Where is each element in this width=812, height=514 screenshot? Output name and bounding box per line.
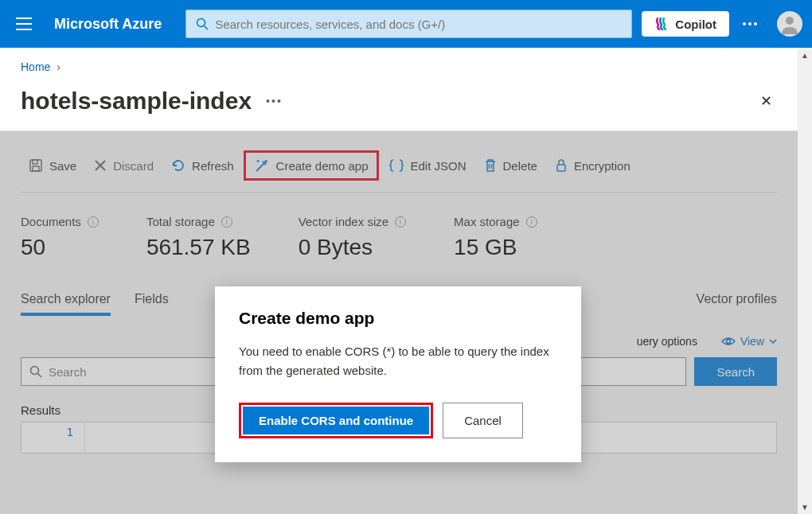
svg-rect-8	[557, 165, 565, 171]
refresh-label: Refresh	[192, 159, 234, 173]
copilot-button[interactable]: Copilot	[642, 11, 729, 37]
encryption-label: Encryption	[574, 159, 630, 173]
documents-label: Documents	[21, 215, 81, 228]
copilot-label: Copilot	[675, 18, 716, 31]
global-header: Microsoft Azure Copilot	[0, 0, 812, 48]
line-number: 1	[21, 422, 85, 453]
copilot-icon	[654, 17, 669, 31]
save-icon	[29, 158, 43, 173]
global-search-input[interactable]	[215, 18, 622, 31]
scrollbar-track[interactable]	[798, 62, 812, 500]
stat-vector-index: Vector index sizei 0 Bytes	[299, 215, 406, 260]
svg-point-10	[31, 367, 39, 375]
vector-index-value: 0 Bytes	[299, 235, 406, 260]
refresh-button[interactable]: Refresh	[163, 155, 242, 176]
delete-label: Delete	[503, 159, 537, 173]
info-icon[interactable]: i	[395, 216, 406, 228]
chevron-right-icon: ›	[57, 60, 61, 73]
edit-json-label: Edit JSON	[411, 159, 467, 173]
magic-wand-icon	[254, 158, 270, 173]
svg-point-1	[743, 22, 746, 25]
refresh-icon	[171, 158, 185, 173]
svg-point-0	[197, 19, 205, 27]
close-button[interactable]: ✕	[755, 88, 777, 115]
info-icon[interactable]: i	[526, 216, 537, 228]
search-icon	[196, 18, 209, 30]
page-scrollbar[interactable]: ▲ ▼	[798, 48, 812, 514]
menu-toggle[interactable]	[10, 11, 38, 37]
stat-total-storage: Total storagei 561.57 KB	[146, 215, 251, 260]
avatar-icon	[779, 14, 800, 34]
scroll-up-icon[interactable]: ▲	[798, 48, 812, 62]
vector-index-label: Vector index size	[299, 215, 388, 228]
query-options-button[interactable]: uery options	[637, 335, 697, 348]
command-bar: Save Discard Refresh Create demo app Edi…	[21, 150, 777, 193]
svg-point-9	[726, 340, 730, 344]
query-options-label: uery options	[637, 335, 697, 348]
svg-point-4	[786, 17, 794, 25]
scroll-down-icon[interactable]: ▼	[798, 500, 812, 514]
more-button[interactable]	[729, 14, 771, 34]
json-braces-icon	[388, 158, 404, 173]
stat-max-storage: Max storagei 15 GB	[454, 215, 537, 260]
info-icon[interactable]: i	[221, 216, 232, 228]
svg-point-3	[754, 22, 757, 25]
chevron-down-icon	[769, 339, 777, 344]
total-storage-value: 561.57 KB	[146, 235, 251, 260]
trash-icon	[484, 158, 497, 173]
delete-button[interactable]: Delete	[476, 155, 545, 176]
tab-fields[interactable]: Fields	[135, 292, 169, 316]
lock-icon	[555, 158, 568, 173]
create-demo-app-modal: Create demo app You need to enable CORS …	[215, 286, 581, 462]
svg-point-2	[748, 22, 751, 25]
title-more-button[interactable]: •••	[266, 95, 283, 107]
view-label: View	[740, 335, 764, 348]
modal-body: You need to enable CORS (*) to be able t…	[239, 342, 557, 380]
search-icon	[29, 365, 42, 378]
eye-icon	[721, 337, 736, 346]
global-search[interactable]	[185, 10, 632, 38]
create-demo-app-button[interactable]: Create demo app	[244, 150, 379, 181]
stats-row: Documentsi 50 Total storagei 561.57 KB V…	[21, 215, 777, 260]
cancel-button[interactable]: Cancel	[443, 403, 523, 438]
breadcrumb-home[interactable]: Home	[21, 60, 50, 73]
breadcrumb: Home ›	[21, 60, 777, 73]
modal-title: Create demo app	[239, 309, 557, 328]
discard-button[interactable]: Discard	[86, 156, 162, 176]
user-avatar[interactable]	[777, 11, 802, 37]
page-title: hotels-sample-index	[21, 88, 252, 115]
save-label: Save	[49, 159, 76, 173]
discard-label: Discard	[113, 159, 154, 173]
stat-documents: Documentsi 50	[21, 215, 99, 260]
info-icon[interactable]: i	[88, 216, 99, 228]
enable-cors-button[interactable]: Enable CORS and continue	[243, 407, 429, 434]
svg-rect-7	[33, 166, 39, 171]
documents-value: 50	[21, 235, 99, 260]
tab-vector-profiles[interactable]: Vector profiles	[697, 292, 777, 316]
save-button[interactable]: Save	[21, 155, 84, 176]
svg-rect-5	[30, 160, 41, 171]
edit-json-button[interactable]: Edit JSON	[381, 155, 474, 176]
view-button[interactable]: View	[721, 335, 777, 348]
max-storage-value: 15 GB	[454, 235, 537, 260]
create-demo-app-label: Create demo app	[276, 159, 369, 173]
encryption-button[interactable]: Encryption	[547, 155, 638, 176]
search-button[interactable]: Search	[694, 357, 777, 386]
tab-search-explorer[interactable]: Search explorer	[21, 292, 111, 316]
discard-icon	[94, 159, 107, 172]
max-storage-label: Max storage	[454, 215, 520, 228]
hamburger-icon	[16, 18, 32, 30]
total-storage-label: Total storage	[146, 215, 215, 228]
dots-icon	[742, 21, 758, 26]
brand-label[interactable]: Microsoft Azure	[54, 16, 162, 33]
